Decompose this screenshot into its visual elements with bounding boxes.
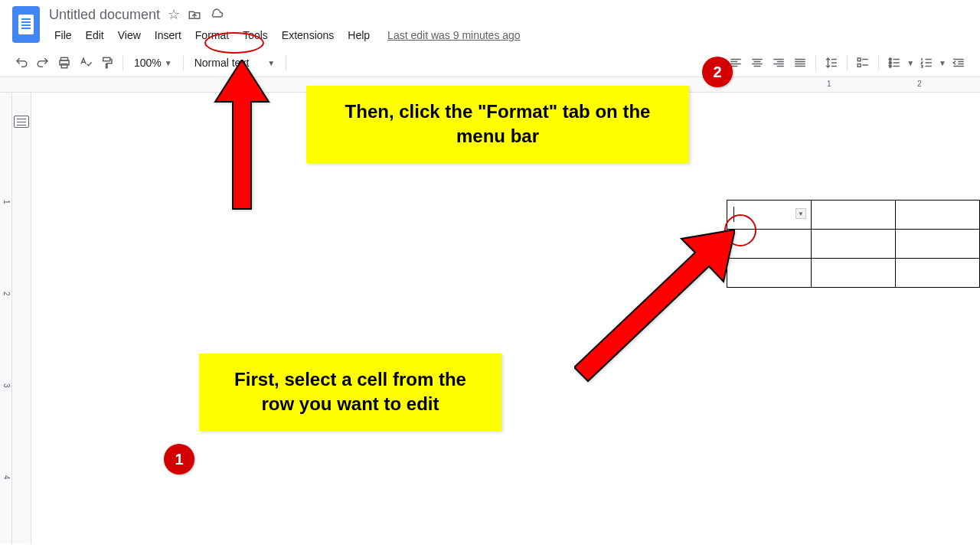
svg-marker-10 [574,230,735,381]
table-cell[interactable] [812,230,896,259]
numbered-list-dropdown[interactable]: ▼ [939,59,946,67]
cell-dropdown-icon[interactable]: ▼ [795,208,806,219]
svg-marker-9 [215,60,269,209]
align-right-button[interactable] [769,54,788,72]
document-title[interactable]: Untitled document [49,7,160,23]
print-button[interactable] [55,54,74,72]
menu-file[interactable]: File [49,26,77,44]
table-row[interactable]: ▼ [727,201,980,230]
header-area: Untitled document ☆ File Edit View Inser… [0,0,980,44]
table-cell[interactable] [727,259,812,288]
annotation-step1-badge: 1 [164,444,194,474]
document-table[interactable]: ▼ [727,200,980,288]
menu-help[interactable]: Help [342,26,375,44]
table-cell[interactable] [812,259,896,288]
paint-format-button[interactable] [98,54,116,72]
outline-toggle-icon[interactable] [14,116,29,128]
table-cell[interactable] [896,259,980,288]
table-cell[interactable] [896,201,980,230]
menu-bar: File Edit View Insert Format Tools Exten… [49,26,968,44]
svg-point-7 [889,62,891,64]
cloud-status-icon[interactable] [209,8,224,21]
star-icon[interactable]: ☆ [168,6,180,23]
bulleted-list-dropdown[interactable]: ▼ [906,59,914,67]
table-row[interactable] [727,259,980,288]
numbered-list-button[interactable] [917,54,936,72]
annotation-step2-text: Then, click the "Format" tab on the menu… [306,86,689,163]
move-icon[interactable] [188,8,201,21]
menu-extensions[interactable]: Extensions [276,26,339,44]
zoom-selector[interactable]: 100%▼ [129,57,177,69]
align-center-button[interactable] [748,54,766,72]
annotation-step1-text: First, select a cell from the row you wa… [199,354,501,431]
redo-button[interactable] [34,54,52,72]
svg-point-6 [889,58,891,60]
svg-point-8 [889,65,891,67]
menu-view[interactable]: View [113,26,146,44]
line-spacing-button[interactable] [822,54,841,72]
table-cell[interactable] [812,201,896,230]
svg-rect-3 [103,57,110,61]
spellcheck-button[interactable] [77,54,95,72]
annotation-arrow-up [211,60,273,213]
docs-logo[interactable] [12,6,40,43]
annotation-step2-badge: 2 [702,57,733,87]
bulleted-list-button[interactable] [885,54,903,72]
menu-insert[interactable]: Insert [149,26,187,44]
annotation-circle-format [204,32,264,54]
annotation-arrow-diag [574,230,735,383]
menu-edit[interactable]: Edit [80,26,109,44]
table-cell[interactable] [896,230,980,259]
checklist-button[interactable] [854,54,872,72]
table-row[interactable] [727,230,980,259]
svg-rect-5 [858,64,861,67]
decrease-indent-button[interactable] [949,54,968,72]
last-edit-link[interactable]: Last edit was 9 minutes ago [387,29,521,41]
vertical-ruler: 1 2 3 4 [0,93,12,544]
svg-rect-4 [858,58,861,61]
align-justify-button[interactable] [791,54,809,72]
toolbar: 100%▼ Normal text▼ ▼ ▼ [0,49,980,77]
undo-button[interactable] [12,54,31,72]
